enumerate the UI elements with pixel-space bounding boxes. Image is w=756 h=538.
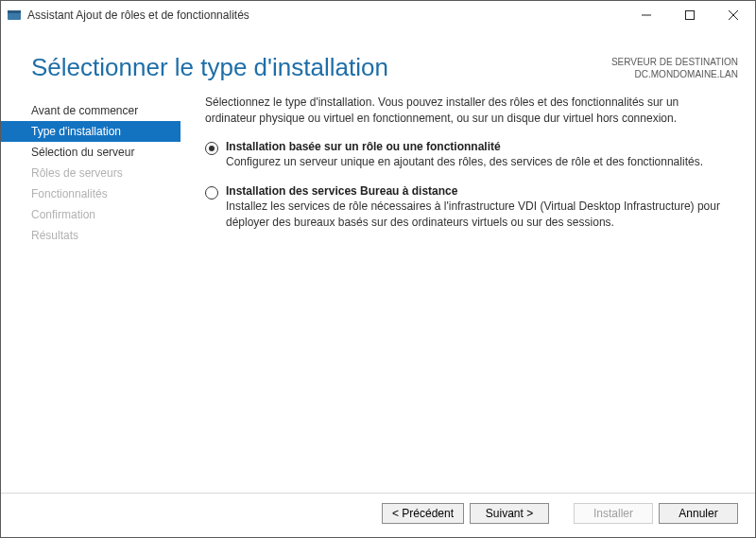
titlebar: Assistant Ajout de rôles et de fonctionn… [1, 1, 755, 29]
minimize-button[interactable] [625, 1, 668, 29]
window-controls [625, 1, 755, 29]
install-button: Installer [574, 503, 653, 524]
option-role-based-text: Installation basée sur un rôle ou une fo… [226, 140, 727, 170]
sidebar-item-before-you-begin[interactable]: Avant de commencer [1, 100, 180, 121]
sidebar: Avant de commencer Type d'installation S… [1, 95, 180, 493]
radio-selected-icon[interactable] [205, 142, 218, 155]
next-button[interactable]: Suivant > [470, 503, 549, 524]
radio-unselected-icon[interactable] [205, 186, 218, 200]
option-role-based-desc: Configurez un serveur unique en ajoutant… [226, 154, 727, 170]
button-spacer [555, 503, 568, 524]
option-rds[interactable]: Installation des services Bureau à dista… [205, 184, 727, 232]
app-icon [7, 8, 22, 23]
window-title: Assistant Ajout de rôles et de fonctionn… [27, 9, 249, 22]
destination-label: SERVEUR DE DESTINATION [611, 56, 738, 68]
option-rds-title: Installation des services Bureau à dista… [226, 184, 727, 198]
destination-value: DC.MONDOMAINE.LAN [611, 68, 738, 80]
intro-text: Sélectionnez le type d'installation. Vou… [205, 95, 727, 128]
previous-button[interactable]: < Précédent [382, 503, 464, 524]
option-role-based-title: Installation basée sur un rôle ou une fo… [226, 140, 727, 153]
cancel-button[interactable]: Annuler [659, 503, 738, 524]
sidebar-item-server-roles: Rôles de serveurs [1, 163, 180, 183]
close-button[interactable] [712, 1, 755, 29]
svg-rect-1 [8, 10, 21, 13]
sidebar-item-server-selection[interactable]: Sélection du serveur [1, 142, 180, 163]
sidebar-item-results: Résultats [1, 225, 180, 246]
content: Sélectionnez le type d'installation. Vou… [180, 95, 755, 493]
option-role-based[interactable]: Installation basée sur un rôle ou une fo… [205, 140, 727, 170]
sidebar-item-installation-type[interactable]: Type d'installation [1, 121, 180, 142]
sidebar-item-confirmation: Confirmation [1, 204, 180, 225]
option-rds-text: Installation des services Bureau à dista… [226, 184, 727, 232]
page-title: Sélectionner le type d'installation [31, 54, 388, 81]
footer: < Précédent Suivant > Installer Annuler [1, 493, 755, 537]
option-rds-desc: Installez les services de rôle nécessair… [226, 199, 727, 232]
maximize-button[interactable] [668, 1, 712, 29]
header: Sélectionner le type d'installation SERV… [1, 29, 755, 91]
body: Avant de commencer Type d'installation S… [1, 91, 755, 493]
wizard-window: Assistant Ajout de rôles et de fonctionn… [0, 0, 756, 538]
sidebar-item-features: Fonctionnalités [1, 183, 180, 204]
svg-rect-3 [686, 11, 695, 20]
destination-info: SERVEUR DE DESTINATION DC.MONDOMAINE.LAN [611, 54, 738, 80]
